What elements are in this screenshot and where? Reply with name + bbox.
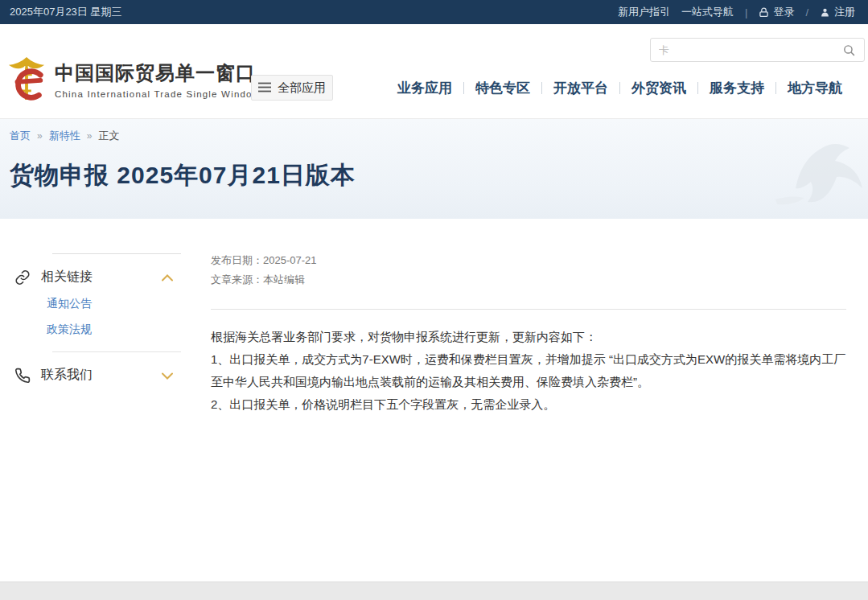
sidebar-section-related-links[interactable]: 相关链接: [12, 254, 181, 286]
site-header: 中国国际贸易单一窗口 China International Trade Sin…: [0, 24, 868, 119]
sidebar-links: 通知公告 政策法规: [47, 297, 181, 337]
article-paragraph: 2、出口报关单，价格说明栏目下五个字段置灰，无需企业录入。: [211, 393, 846, 416]
login-link[interactable]: 登录: [759, 5, 794, 19]
article-paragraph: 根据海关总署业务部门要求，对货物申报系统进行更新，更新内容如下：: [211, 326, 846, 348]
sidebar-section-title: 相关链接: [41, 269, 93, 286]
sidebar-item-notices[interactable]: 通知公告: [47, 297, 181, 311]
chevron-down-icon[interactable]: [162, 368, 173, 383]
footer-strip: [0, 582, 868, 600]
breadcrumb-current: 正文: [98, 129, 119, 143]
nav-local-navigation[interactable]: 地方导航: [776, 79, 854, 97]
customs-emblem-icon: [6, 55, 47, 105]
sidebar-section-contact-us[interactable]: 联系我们: [12, 352, 181, 384]
all-apps-label: 全部应用: [278, 80, 326, 96]
source-row: 文章来源：本站编辑: [211, 270, 846, 290]
search-box: [650, 38, 865, 62]
new-user-guide-link[interactable]: 新用户指引: [618, 5, 670, 19]
breadcrumb: 首页 » 新特性 » 正文: [10, 129, 868, 143]
article-main: 发布日期：2025-07-21 文章来源：本站编辑 根据海关总署业务部门要求，对…: [211, 219, 846, 582]
breadcrumb-separator: »: [37, 130, 43, 142]
topbar: 2025年07月23日 星期三 新用户指引 一站式导航 | 登录 / 注册: [0, 0, 868, 24]
breadcrumb-section[interactable]: 新特性: [49, 129, 80, 143]
sidebar: 相关链接 通知公告 政策法规 联系我们: [12, 219, 181, 582]
all-apps-button[interactable]: 全部应用: [251, 75, 333, 101]
auth-slash: /: [805, 6, 808, 18]
source-label: 文章来源：: [211, 273, 263, 286]
article-divider: [211, 309, 846, 310]
page: 2025年07月23日 星期三 新用户指引 一站式导航 | 登录 / 注册: [0, 0, 868, 600]
nav-trade-news[interactable]: 外贸资讯: [620, 79, 697, 97]
chevron-up-icon[interactable]: [162, 270, 173, 285]
publish-date-row: 发布日期：2025-07-21: [211, 251, 846, 270]
breadcrumb-separator: »: [87, 130, 93, 142]
publish-date-value: 2025-07-21: [263, 254, 317, 266]
title-banner: 首页 » 新特性 » 正文 货物申报 2025年07月21日版本: [0, 119, 868, 219]
source-value: 本站编辑: [263, 273, 305, 286]
lock-icon: [759, 7, 769, 18]
one-stop-nav-link[interactable]: 一站式导航: [681, 5, 734, 19]
nav-open-platform[interactable]: 开放平台: [542, 79, 619, 97]
content-area: 相关链接 通知公告 政策法规 联系我们: [0, 219, 868, 582]
logo-subtitle: China International Trade Single Window: [55, 89, 260, 99]
nav-special-zones[interactable]: 特色专区: [464, 79, 541, 97]
topbar-links: 新用户指引 一站式导航 | 登录 / 注册: [618, 5, 855, 19]
site-logo[interactable]: 中国国际贸易单一窗口 China International Trade Sin…: [6, 55, 260, 105]
breadcrumb-home[interactable]: 首页: [10, 129, 31, 143]
article-body: 根据海关总署业务部门要求，对货物申报系统进行更新，更新内容如下： 1、出口报关单…: [211, 326, 846, 416]
nav-service-support[interactable]: 服务支持: [698, 79, 775, 97]
logo-title: 中国国际贸易单一窗口: [55, 60, 260, 86]
search-icon[interactable]: [840, 41, 858, 59]
register-link[interactable]: 注册: [820, 5, 855, 19]
logo-text: 中国国际贸易单一窗口 China International Trade Sin…: [55, 60, 260, 99]
sidebar-section-title: 联系我们: [41, 367, 93, 384]
person-icon: [820, 7, 830, 18]
topbar-separator: |: [745, 6, 747, 18]
sidebar-item-policies[interactable]: 政策法规: [47, 323, 181, 337]
menu-icon: [258, 81, 271, 95]
current-date: 2025年07月23日 星期三: [10, 5, 121, 19]
publish-date-label: 发布日期：: [211, 254, 263, 266]
nav-business-apps[interactable]: 业务应用: [386, 79, 463, 97]
page-title: 货物申报 2025年07月21日版本: [10, 159, 868, 192]
link-icon: [14, 269, 31, 286]
article-paragraph: 1、出口报关单，成交方式为7-EXW时，运费和保费栏目置灰，并增加提示 “出口成…: [211, 348, 846, 393]
main-nav: 业务应用 特色专区 开放平台 外贸资讯 服务支持 地方导航: [386, 74, 854, 101]
phone-icon: [14, 368, 31, 384]
search-input[interactable]: [659, 44, 840, 56]
